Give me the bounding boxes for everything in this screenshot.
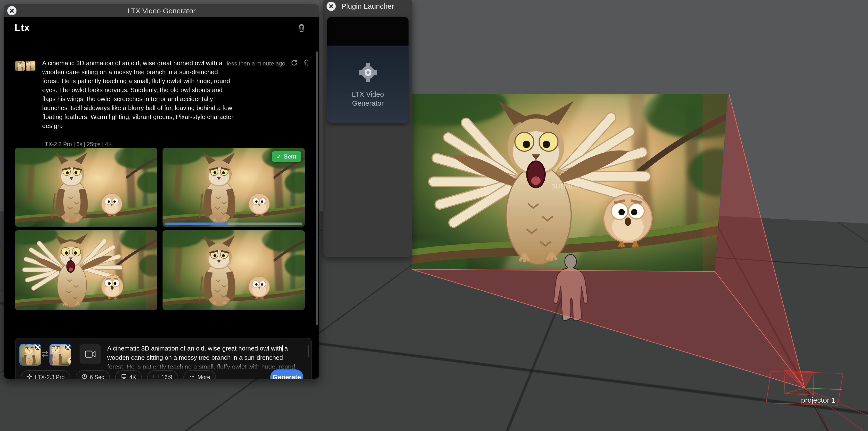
generation-meta: LTX-2.3 Pro | 6s | 25fps | 4K	[42, 141, 112, 147]
window-scrollbar[interactable]	[316, 52, 318, 325]
check-icon: ✓	[277, 153, 281, 160]
gear-icon	[27, 373, 32, 378]
model-selector-label: LTX-2.3 Pro	[35, 374, 65, 379]
plugin-launcher-header: Plugin Launcher	[323, 0, 412, 12]
prompt-input-text-before-caret: A cinematic 3D animation of an old, wise…	[107, 345, 282, 352]
application-stage: surface 1	[0, 0, 868, 431]
gallery-image-3[interactable]	[15, 230, 157, 310]
monitor-icon	[121, 373, 127, 378]
model-selector[interactable]: LTX-2.3 Pro	[21, 370, 70, 378]
aspect-ratio-selector-label: 16:9	[161, 374, 172, 379]
ellipsis-icon	[189, 373, 195, 378]
aspect-ratio-selector[interactable]: 16:9	[147, 370, 178, 378]
message-actions: less than a minute ago	[227, 59, 310, 68]
sent-badge: ✓ Sent	[272, 151, 301, 162]
composer-end-frame-thumb[interactable]	[50, 344, 71, 366]
window-body: Ltx A cinematic 3D anim	[4, 17, 319, 378]
plugin-launcher-title: Plugin Launcher	[323, 2, 412, 10]
clock-icon	[82, 373, 87, 378]
ltx-logo: Ltx	[14, 22, 30, 33]
projection-surface[interactable]: surface 1	[412, 94, 728, 272]
duration-selector[interactable]: 6 Sec	[76, 370, 110, 378]
gallery-image-2[interactable]: ✓ Sent	[162, 148, 305, 227]
remove-image-icon[interactable]	[35, 344, 41, 350]
remove-image-icon[interactable]	[65, 344, 71, 350]
more-options-label: More	[197, 374, 210, 379]
composer-start-frame-thumb[interactable]	[20, 344, 41, 366]
sent-badge-label: Sent	[284, 153, 297, 160]
ltx-video-generator-window: LTX Video Generator Ltx	[4, 4, 319, 378]
plugin-card-label: LTX Video Generator	[327, 90, 408, 108]
generate-button[interactable]: Generate	[270, 369, 303, 378]
plugin-target-icon	[356, 60, 380, 86]
gallery-image-1[interactable]	[15, 148, 157, 227]
plugin-card-preview	[327, 17, 408, 45]
composer-settings-row: LTX-2.3 Pro 6 Sec	[21, 370, 216, 378]
prompt-input-scrollbar[interactable]	[308, 345, 309, 357]
regenerate-icon[interactable]	[291, 59, 298, 68]
plugin-card-label-line1: LTX Video	[327, 90, 408, 99]
prompt-text: A cinematic 3D animation of an old, wise…	[42, 59, 234, 130]
aspect-ratio-icon	[153, 373, 159, 378]
window-title: LTX Video Generator	[4, 7, 319, 15]
video-progress-bar[interactable]	[165, 223, 302, 225]
reference-image-thumb[interactable]	[26, 61, 35, 71]
message-reference-images	[15, 61, 35, 71]
gallery-image-4[interactable]	[162, 230, 305, 310]
duration-selector-label: 6 Sec	[90, 374, 104, 379]
video-progress-fill	[165, 223, 228, 225]
plugin-card-ltx-video-generator[interactable]: LTX Video Generator	[327, 17, 408, 123]
prompt-composer: A cinematic 3D animation of an old, wise…	[15, 338, 312, 378]
generated-images-grid: ✓ Sent	[15, 148, 305, 310]
timestamp: less than a minute ago	[227, 60, 285, 67]
delete-message-trash-icon[interactable]	[303, 59, 310, 68]
surface-label: surface 1	[551, 181, 587, 191]
more-options-button[interactable]: More	[183, 370, 216, 378]
clear-history-trash-icon[interactable]	[298, 24, 305, 33]
app-header: Ltx	[4, 17, 319, 40]
prompt-input[interactable]: A cinematic 3D animation of an old, wise…	[107, 344, 301, 371]
plugin-launcher-panel: Plugin Launcher LTX Video	[323, 0, 412, 257]
projector-label: projector 1	[801, 396, 836, 404]
resolution-selector[interactable]: 4K	[115, 370, 142, 378]
plugin-card-label-line2: Generator	[327, 99, 408, 108]
resolution-selector-label: 4K	[129, 374, 136, 379]
reference-image-thumb[interactable]	[15, 61, 25, 71]
window-titlebar[interactable]: LTX Video Generator	[4, 4, 319, 17]
swap-frames-icon[interactable]	[41, 350, 49, 359]
video-camera-button[interactable]	[80, 344, 101, 364]
